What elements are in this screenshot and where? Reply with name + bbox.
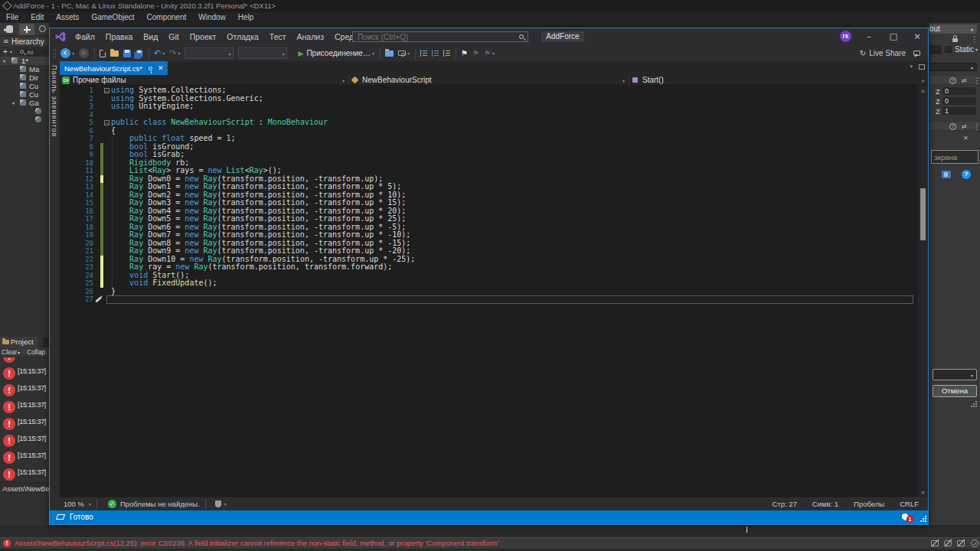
hierarchy-item[interactable] bbox=[0, 107, 49, 116]
console-entry[interactable]: ![15:15:37] bbox=[0, 367, 49, 384]
line-ending-indicator[interactable]: CRLF bbox=[900, 500, 919, 508]
move-tool-button[interactable] bbox=[19, 24, 34, 35]
vs-menu-item[interactable]: Отладка bbox=[221, 28, 264, 45]
hierarchy-item[interactable]: Cu bbox=[0, 82, 49, 90]
problems-status[interactable]: Проблемы не найдены. bbox=[120, 500, 200, 508]
chevron-down-icon[interactable]: ▾ bbox=[407, 51, 410, 56]
axis-value-input[interactable]: 0 bbox=[942, 87, 976, 95]
editor-scrollbar[interactable]: ▲ ▼ bbox=[918, 86, 928, 497]
progress-check-icon[interactable]: ✓ bbox=[971, 540, 979, 547]
navigate-back-button[interactable] bbox=[60, 48, 70, 58]
vs-menu-item[interactable]: Анализ bbox=[292, 28, 329, 45]
platform-combobox[interactable]: ▾ bbox=[238, 47, 287, 59]
hierarchy-item[interactable]: Dir bbox=[0, 73, 49, 82]
account-avatar[interactable]: ГК bbox=[840, 31, 851, 42]
open-file-icon[interactable] bbox=[110, 51, 119, 57]
inspector-text-field[interactable]: экрана bbox=[931, 150, 978, 164]
chevron-down-icon[interactable]: ▾ bbox=[162, 51, 165, 56]
unity-menu-item[interactable]: Help bbox=[232, 12, 260, 23]
fold-collapse-icon[interactable]: − bbox=[104, 120, 109, 126]
collapse-arrow-icon[interactable]: ▾ bbox=[3, 58, 5, 64]
configuration-combobox[interactable]: ▾ bbox=[185, 47, 234, 59]
scrollbar-thumb[interactable] bbox=[920, 188, 926, 240]
vs-menu-item[interactable]: Правка bbox=[100, 28, 138, 45]
navigate-forward-button[interactable] bbox=[79, 48, 89, 58]
close-tab-icon[interactable]: ✕ bbox=[158, 64, 164, 72]
code-line-3[interactable]: 3using UnityEngine; bbox=[60, 103, 918, 111]
redo-icon[interactable]: ↷ bbox=[169, 49, 176, 57]
resize-grip[interactable] bbox=[971, 401, 977, 407]
float-window-icon[interactable] bbox=[919, 64, 925, 70]
screenshot-icon[interactable] bbox=[398, 51, 406, 56]
inspector-dropdown[interactable]: ▾ bbox=[933, 369, 977, 380]
help-icon[interactable]: ? bbox=[949, 77, 956, 84]
unity-menu-item[interactable]: Window bbox=[192, 12, 232, 23]
code-line-25[interactable]: 25 void FixedUpdate(); bbox=[60, 279, 918, 288]
hierarchy-item[interactable]: Ma bbox=[0, 65, 49, 73]
new-file-icon[interactable] bbox=[100, 50, 106, 57]
static-checkbox[interactable] bbox=[945, 46, 952, 53]
hand-tool-icon[interactable] bbox=[6, 25, 13, 33]
background-tasks-icon[interactable] bbox=[56, 514, 65, 520]
nav-type-dropdown[interactable]: NewBehaviourScript ▾ bbox=[349, 75, 629, 86]
chevron-down-icon[interactable]: ▾ bbox=[224, 501, 227, 507]
nav-project-dropdown[interactable]: C# Прочие файлы ▾ bbox=[60, 75, 349, 86]
maximize-button[interactable]: □ bbox=[883, 28, 904, 45]
hierarchy-add-button[interactable]: + bbox=[3, 47, 8, 56]
tab-project[interactable]: Project bbox=[0, 337, 38, 347]
save-all-icon[interactable] bbox=[136, 50, 143, 57]
code-editor[interactable]: 1−using System.Collections;2using System… bbox=[50, 86, 928, 497]
kebab-menu-icon[interactable]: ⋮ bbox=[973, 122, 980, 131]
vs-menu-item[interactable]: Тест bbox=[264, 28, 292, 45]
chevron-down-icon[interactable]: ▾ bbox=[975, 47, 978, 52]
hierarchy-item[interactable] bbox=[0, 116, 49, 124]
console-entry[interactable]: ![15:15:37] bbox=[0, 452, 49, 468]
save-icon[interactable] bbox=[123, 50, 131, 57]
code-area[interactable]: 1−using System.Collections;2using System… bbox=[60, 86, 918, 497]
axis-value-input[interactable]: 0 bbox=[942, 97, 976, 105]
close-button[interactable]: × bbox=[906, 28, 928, 45]
collapse-arrow-icon[interactable]: ▾ bbox=[12, 100, 15, 106]
package-icon[interactable] bbox=[385, 51, 394, 57]
attach-button[interactable]: ▶ Присоединение… ▾ bbox=[298, 49, 374, 57]
chevron-down-icon[interactable]: ▾ bbox=[10, 49, 12, 54]
chevron-down-icon[interactable]: ▾ bbox=[89, 501, 91, 507]
axis-value-input[interactable]: 1 bbox=[942, 107, 976, 115]
rotate-tool-icon[interactable] bbox=[39, 25, 46, 32]
spaces-indicator[interactable]: Пробелы bbox=[854, 500, 884, 508]
code-line-26[interactable]: 26} bbox=[60, 288, 918, 296]
console-entry[interactable]: ! bbox=[0, 357, 49, 367]
console-entry[interactable]: ![15:15:37] bbox=[0, 468, 49, 482]
class-view-icon[interactable] bbox=[432, 50, 439, 57]
chevron-down-icon[interactable]: ▾ bbox=[72, 51, 74, 56]
unity-menu-item[interactable]: Assets bbox=[50, 12, 85, 23]
hierarchy-item[interactable]: ▾Ga bbox=[0, 99, 49, 107]
console-entry[interactable]: ![15:15:37] bbox=[0, 384, 49, 401]
minimize-button[interactable]: – bbox=[858, 28, 880, 45]
cancel-button[interactable]: Отмена bbox=[933, 385, 977, 397]
layout-dropdown[interactable]: out ▾ bbox=[929, 24, 977, 34]
tab-options-icon[interactable]: ▾ bbox=[910, 64, 913, 70]
unity-tray-icon-1[interactable] bbox=[931, 540, 939, 547]
hierarchy-item[interactable]: Cu bbox=[0, 90, 49, 99]
unity-menu-item[interactable]: Edit bbox=[24, 12, 50, 23]
chevron-down-icon[interactable]: ▾ bbox=[18, 350, 20, 355]
live-share-button[interactable]: Live Share bbox=[869, 49, 906, 57]
zoom-level[interactable]: 100 % bbox=[64, 500, 84, 508]
console-detail-pane[interactable]: Assets\NewBeha bbox=[0, 482, 49, 494]
previous-bookmark-icon[interactable]: ⚑ bbox=[472, 49, 479, 57]
vs-menu-item[interactable]: Проект bbox=[185, 28, 222, 45]
unity-status-error-bar[interactable]: ! Assets\NewBehaviourScript.cs(12,25): e… bbox=[0, 537, 980, 549]
object-browser-icon[interactable] bbox=[443, 50, 450, 57]
tab-newbehaviourscript[interactable]: NewBehaviourScript.cs* ✕ bbox=[60, 61, 168, 75]
hierarchy-search-input[interactable]: All bbox=[18, 48, 47, 56]
hierarchy-scene-row[interactable]: ▾ 1* bbox=[0, 57, 49, 65]
unity-menu-item[interactable]: Component bbox=[141, 12, 193, 23]
preset-icon[interactable]: ⇄ bbox=[962, 123, 967, 130]
component-header[interactable]: ? ⇄ ⋮ bbox=[929, 121, 980, 131]
nav-member-dropdown[interactable]: Start() ▾ bbox=[629, 75, 928, 86]
vs-menu-item[interactable]: Файл bbox=[70, 28, 100, 45]
console-clear-button[interactable]: Clear bbox=[2, 348, 17, 356]
vs-menu-item[interactable]: Git bbox=[163, 28, 184, 45]
inspector-lock-icon[interactable] bbox=[952, 38, 958, 42]
